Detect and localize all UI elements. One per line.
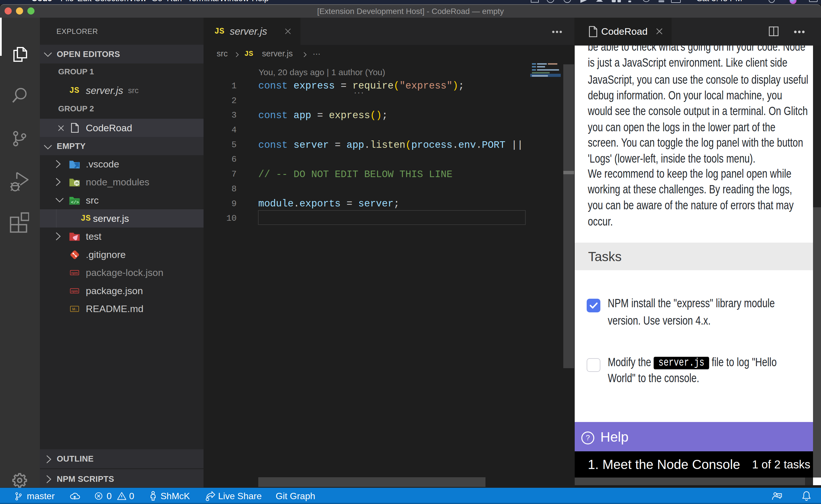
svg-text:M↓: M↓ bbox=[72, 307, 77, 311]
svg-text:?: ? bbox=[586, 433, 590, 442]
svg-text:npm: npm bbox=[71, 271, 78, 274]
svg-text:</>: </> bbox=[71, 200, 79, 205]
svg-text:JS: JS bbox=[75, 181, 79, 185]
svg-text:npm: npm bbox=[71, 289, 78, 293]
